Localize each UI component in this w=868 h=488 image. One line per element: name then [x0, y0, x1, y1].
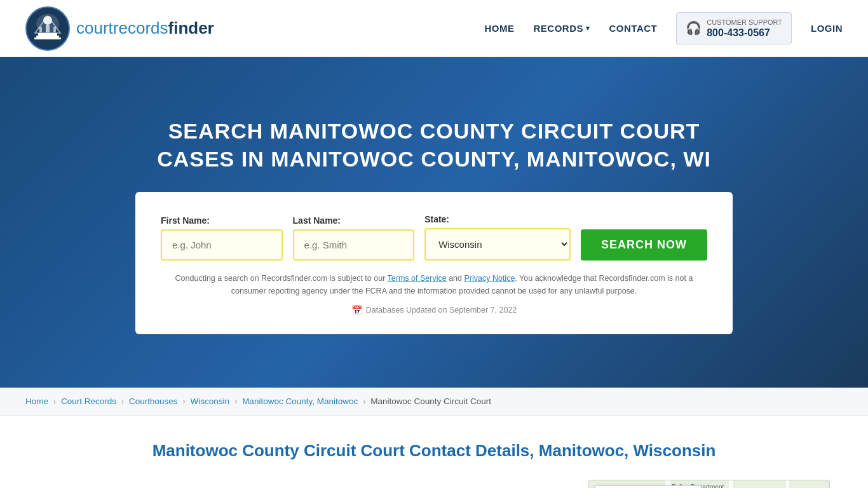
search-box: First Name: Last Name: State: Alabama Al… [135, 192, 733, 334]
svg-rect-7 [39, 27, 42, 32]
first-name-input[interactable] [161, 229, 283, 261]
breadcrumb-current: Manitowoc County Circuit Court [370, 396, 491, 406]
first-name-label: First Name: [161, 215, 283, 226]
breadcrumb-sep-1: › [53, 397, 56, 406]
logo[interactable]: courtrecordsfinder [25, 6, 214, 51]
breadcrumb-sep-5: › [363, 397, 365, 406]
section-title: Manitowoc County Circuit Court Contact D… [38, 441, 830, 461]
db-updated: 📅 Databases Updated on September 7, 2022 [161, 305, 707, 315]
nav-records[interactable]: RECORDS ▾ [533, 23, 590, 34]
breadcrumb-home[interactable]: Home [25, 396, 48, 406]
breadcrumb-sep-3: › [183, 397, 186, 406]
main-content: Manitowoc County Circuit Court Contact D… [0, 416, 868, 488]
header: courtrecordsfinder HOME RECORDS ▾ CONTAC… [0, 0, 868, 57]
svg-rect-8 [53, 27, 56, 32]
logo-icon [25, 6, 70, 51]
last-name-group: Last Name: [293, 215, 415, 261]
calendar-icon: 📅 [351, 305, 362, 315]
privacy-link[interactable]: Privacy Notice [464, 274, 515, 283]
map-area: Police Department Jay St Econo Lodge BRI… [588, 480, 830, 488]
terms-link[interactable]: Terms of Service [388, 274, 447, 283]
state-group: State: Alabama Alaska Arizona Arkansas C… [424, 214, 571, 261]
chevron-down-icon: ▾ [586, 24, 590, 32]
support-info: CUSTOMER SUPPORT 800-433-0567 [707, 18, 782, 38]
breadcrumb-manitowoc-county[interactable]: Manitowoc County, Manitowoc [242, 396, 358, 406]
state-label: State: [424, 214, 571, 224]
headphone-icon: 🎧 [686, 20, 702, 36]
breadcrumb: Home › Court Records › Courthouses › Wis… [0, 388, 868, 416]
svg-rect-3 [36, 36, 59, 37]
first-name-group: First Name: [161, 215, 283, 261]
breadcrumb-wisconsin[interactable]: Wisconsin [191, 396, 230, 406]
svg-rect-14 [729, 480, 733, 488]
support-box[interactable]: 🎧 CUSTOMER SUPPORT 800-433-0567 [676, 12, 792, 44]
breadcrumb-sep-4: › [234, 397, 237, 406]
nav-home[interactable]: HOME [484, 23, 514, 34]
svg-rect-6 [46, 25, 50, 32]
detail-row-court-name: Court Name: Manitowoc County Circuit Cou… [38, 480, 563, 488]
main-nav: HOME RECORDS ▾ CONTACT 🎧 CUSTOMER SUPPOR… [484, 12, 843, 44]
breadcrumb-courthouses[interactable]: Courthouses [129, 396, 178, 406]
last-name-input[interactable] [293, 229, 415, 261]
details-map-row: Court Name: Manitowoc County Circuit Cou… [38, 480, 830, 488]
breadcrumb-sep-2: › [121, 397, 124, 406]
search-fields: First Name: Last Name: State: Alabama Al… [161, 214, 707, 261]
details-table: Court Name: Manitowoc County Circuit Cou… [38, 480, 563, 488]
nav-contact[interactable]: CONTACT [609, 23, 658, 34]
logo-wordmark: courtrecordsfinder [76, 18, 214, 38]
svg-rect-15 [786, 480, 789, 488]
last-name-label: Last Name: [293, 215, 415, 226]
state-select[interactable]: Alabama Alaska Arizona Arkansas Californ… [424, 228, 571, 261]
hero-section: SEARCH MANITOWOC COUNTY CIRCUIT COURT CA… [0, 57, 868, 388]
hero-content: SEARCH MANITOWOC COUNTY CIRCUIT COURT CA… [129, 117, 739, 334]
disclaimer-text: Conducting a search on Recordsfinder.com… [161, 272, 707, 297]
hero-title: SEARCH MANITOWOC COUNTY CIRCUIT COURT CA… [129, 117, 739, 173]
map-overlay: 44°05'18.3"N 87°39'30... View larger map [594, 485, 702, 488]
svg-rect-4 [34, 37, 61, 39]
search-button[interactable]: SEARCH NOW [581, 229, 707, 261]
breadcrumb-court-records[interactable]: Court Records [61, 396, 116, 406]
nav-login[interactable]: LOGIN [811, 23, 843, 34]
